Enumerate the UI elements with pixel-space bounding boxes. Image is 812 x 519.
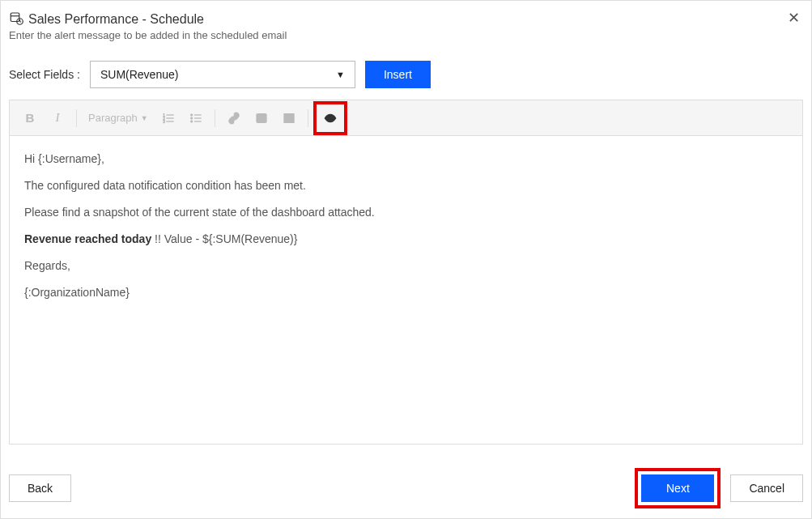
editor-toolbar: B I Paragraph ▼ 123 (10, 100, 802, 136)
preview-highlight (313, 101, 347, 135)
svg-point-22 (329, 117, 332, 120)
link-button[interactable] (222, 106, 246, 130)
svg-rect-0 (11, 13, 19, 22)
message-line: Revenue reached today !! Value - ${:SUM(… (24, 231, 788, 248)
message-rest: !! Value - ${:SUM(Revenue)} (151, 232, 297, 245)
message-line: Regards, (24, 257, 788, 274)
svg-point-13 (190, 117, 193, 119)
message-line: Please find a snapshot of the current st… (24, 204, 788, 221)
svg-point-15 (190, 120, 193, 122)
svg-text:3: 3 (163, 120, 165, 124)
image-button[interactable] (249, 106, 274, 130)
bold-button[interactable]: B (18, 106, 42, 130)
table-button[interactable] (277, 106, 301, 130)
toolbar-separator (76, 109, 77, 127)
next-highlight: Next (635, 468, 721, 508)
editor-content[interactable]: Hi {:Username}, The configured data noti… (10, 136, 802, 444)
schedule-dialog: ✕ Sales Performance - Schedule Enter the… (0, 0, 812, 519)
select-fields-value: SUM(Revenue) (100, 68, 178, 81)
message-bold: Revenue reached today (24, 232, 151, 245)
insert-button[interactable]: Insert (365, 61, 431, 88)
message-line: Hi {:Username}, (24, 151, 788, 168)
dialog-subtitle: Enter the alert message to be added in t… (9, 29, 803, 41)
ordered-list-button[interactable]: 123 (156, 106, 181, 130)
toolbar-separator (308, 109, 308, 127)
field-insert-row: Select Fields : SUM(Revenue) ▼ Insert (9, 61, 803, 88)
chevron-down-icon: ▼ (141, 114, 148, 122)
toolbar-separator (215, 109, 215, 127)
back-button[interactable]: Back (9, 474, 71, 502)
calendar-clock-icon (9, 11, 23, 28)
cancel-button[interactable]: Cancel (730, 474, 803, 502)
paragraph-style-dropdown[interactable]: Paragraph ▼ (83, 106, 153, 130)
close-icon[interactable]: ✕ (788, 9, 800, 27)
svg-point-11 (190, 113, 193, 116)
svg-point-18 (258, 116, 261, 118)
dialog-footer: Back Next Cancel (9, 468, 803, 508)
select-fields-dropdown[interactable]: SUM(Revenue) ▼ (90, 61, 355, 88)
chevron-down-icon: ▼ (336, 70, 345, 79)
message-line: The configured data notification conditi… (24, 177, 788, 194)
next-button[interactable]: Next (641, 474, 714, 502)
rich-text-editor: B I Paragraph ▼ 123 (9, 100, 803, 445)
italic-button[interactable]: I (45, 106, 70, 130)
select-fields-label: Select Fields : (9, 68, 80, 81)
unordered-list-button[interactable] (184, 106, 208, 130)
svg-line-4 (20, 22, 22, 23)
preview-button[interactable] (318, 106, 342, 130)
paragraph-style-label: Paragraph (88, 112, 138, 124)
dialog-title: Sales Performance - Schedule (28, 12, 204, 27)
dialog-header: Sales Performance - Schedule (9, 11, 803, 28)
message-line: {:OrganizationName} (24, 284, 788, 301)
